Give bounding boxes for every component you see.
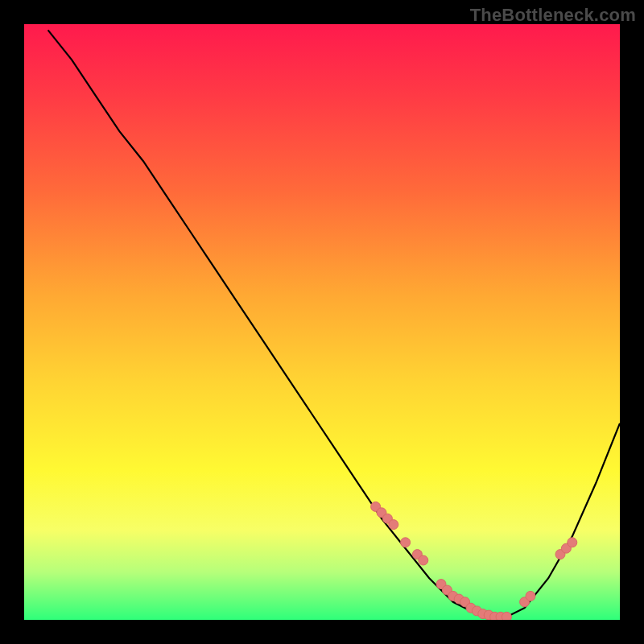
data-marker [389, 520, 398, 530]
data-marker [419, 555, 428, 565]
data-markers [371, 502, 577, 620]
data-marker [401, 538, 411, 547]
data-marker [568, 538, 577, 547]
bottleneck-curve [48, 30, 620, 620]
plot-area [24, 24, 620, 620]
watermark-text: TheBottleneck.com [470, 5, 636, 26]
chart-container: TheBottleneck.com [0, 0, 644, 644]
chart-overlay [24, 24, 620, 620]
data-marker [526, 591, 535, 601]
data-marker [502, 612, 511, 620]
